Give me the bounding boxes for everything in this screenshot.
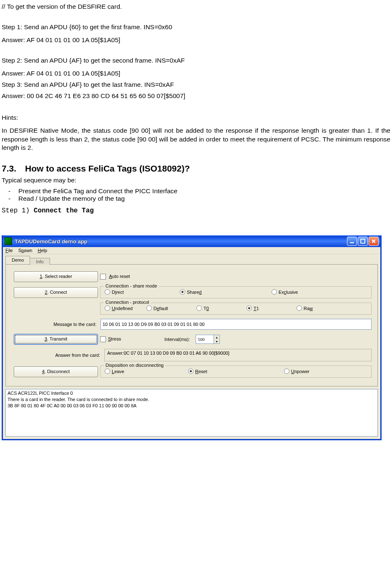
- ans3-line: Answer: 00 04 2C 46 71 E6 23 80 CD 64 51…: [2, 92, 390, 101]
- radio-exclusive[interactable]: Exclusive: [271, 289, 298, 295]
- seq-item-2: Read / Update the memory of the tag: [18, 195, 390, 202]
- section-heading: 7.3. How to access FeliCa Tags (ISO18092…: [2, 164, 390, 174]
- step2-line: Step 2: Send an APDU {AF} to get the sec…: [2, 56, 390, 65]
- share-mode-group: Connection - share mode Direct Shared Ex…: [100, 286, 372, 298]
- menu-help[interactable]: Help: [38, 248, 48, 253]
- tab-panel: 1. Select reader Auto reset 2. Connect C…: [5, 264, 378, 386]
- answer-from-card-label: Answer from the card:: [55, 353, 100, 358]
- minimize-button[interactable]: [347, 237, 357, 246]
- spinner-down[interactable]: ▼: [214, 339, 219, 343]
- log-line-3: 3B 8F 80 01 80 4F 0C A0 00 00 03 06 03 F…: [8, 403, 376, 409]
- tab-demo[interactable]: Demo: [5, 256, 30, 264]
- msg-to-card-label: Message to the card:: [53, 322, 96, 327]
- msg-to-card-input[interactable]: [101, 319, 372, 330]
- seq-intro: Typical sequence may be:: [2, 176, 390, 185]
- interval-input[interactable]: [196, 335, 214, 343]
- radio-reset[interactable]: Reset: [188, 368, 284, 374]
- interval-spinner[interactable]: ▲▼: [196, 335, 220, 344]
- maximize-button[interactable]: [358, 237, 368, 246]
- radio-default[interactable]: Default: [146, 305, 196, 311]
- radio-t1[interactable]: T1: [246, 305, 297, 311]
- disposition-group: Disposition on disconnecting Leave Reset…: [100, 366, 372, 378]
- hints-body: In DESFIRE Native Mode, the status code …: [2, 126, 390, 151]
- radio-t0[interactable]: T0: [196, 305, 246, 311]
- tab-info[interactable]: Info: [30, 258, 50, 265]
- step1-connect: Step 1) Connect the Tag: [2, 207, 390, 216]
- protocol-legend: Connection - protocol: [104, 300, 151, 305]
- radio-leave[interactable]: Leave: [105, 368, 188, 374]
- transmit-button[interactable]: 3. Transmit: [14, 334, 98, 345]
- spinner-up[interactable]: ▲: [214, 335, 219, 339]
- app-icon: [5, 237, 12, 245]
- log-box[interactable]: ACS ACR122L PICC Interface 0 There is a …: [5, 389, 378, 437]
- auto-reset-checkbox[interactable]: [100, 274, 106, 280]
- answer-from-card-box: Answer:0C 07 01 10 13 00 D9 09 B0 03 01 …: [104, 349, 372, 361]
- stress-checkbox[interactable]: [100, 336, 106, 342]
- hints-label: Hints:: [2, 114, 390, 122]
- ans1-line: Answer: AF 04 01 01 01 00 1A 05[$1A05]: [2, 36, 390, 45]
- radio-undefined[interactable]: Undefined: [105, 305, 146, 311]
- menu-file[interactable]: File: [5, 248, 13, 253]
- disposition-legend: Disposition on disconnecting: [104, 363, 165, 368]
- select-reader-button[interactable]: 1. Select reader: [14, 271, 98, 282]
- stress-label: Stress: [108, 336, 121, 341]
- titlebar[interactable]: TAPDUDemoCard demo app: [3, 235, 380, 247]
- radio-unpower[interactable]: Unpower: [284, 368, 309, 374]
- close-button[interactable]: [369, 237, 379, 246]
- share-mode-legend: Connection - share mode: [104, 283, 159, 288]
- step1-line: Step 1: Send an APDU {60} to get the fir…: [2, 23, 390, 32]
- menu-spawn[interactable]: Spawn: [18, 248, 33, 253]
- step3-line: Step 3: Send an APDU {AF} to get the las…: [2, 81, 390, 89]
- protocol-group: Connection - protocol Undefined Default …: [100, 303, 372, 315]
- radio-shared[interactable]: Shared: [180, 289, 271, 295]
- radio-direct[interactable]: Direct: [105, 289, 180, 295]
- disconnect-button[interactable]: 4. Disconnect: [14, 366, 98, 377]
- seq-item-1: Present the FeliCa Tag and Connect the P…: [18, 187, 390, 195]
- ans2-line: Answer: AF 04 01 01 01 00 1A 05[$1A05]: [2, 69, 390, 78]
- auto-reset-label: Auto reset: [109, 274, 130, 279]
- connect-button[interactable]: 2. Connect: [14, 287, 98, 298]
- interval-label: Interval(ms):: [164, 337, 190, 342]
- menubar: File Spawn Help: [3, 247, 380, 254]
- radio-raw[interactable]: Raw: [297, 305, 313, 311]
- app-window: TAPDUDemoCard demo app File Spawn Help D…: [2, 235, 382, 440]
- log-line-1: ACS ACR122L PICC Interface 0: [8, 390, 376, 396]
- svg-rect-1: [361, 240, 365, 244]
- tabstrip: Demo Info: [3, 254, 380, 264]
- comment-line: // To get the version of the DESFIRE car…: [2, 3, 390, 11]
- svg-rect-0: [350, 242, 354, 243]
- window-title: TAPDUDemoCard demo app: [15, 238, 347, 245]
- log-line-2: There is a card in the reader. The card …: [8, 396, 376, 403]
